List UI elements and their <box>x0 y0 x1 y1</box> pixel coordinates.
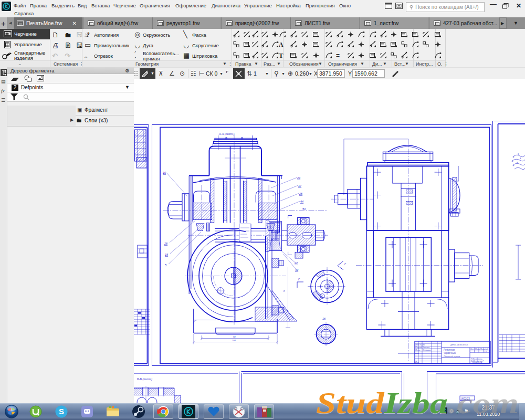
svg-text:Редуктор: Редуктор <box>444 349 455 351</box>
svg-text:24: 24 <box>297 176 300 180</box>
svg-text:94: 94 <box>233 335 236 338</box>
svg-text:1:2: 1:2 <box>484 351 487 353</box>
svg-text:Разраб.: Разраб. <box>415 346 423 349</box>
svg-text:15: 15 <box>165 253 169 256</box>
svg-text:=: = <box>336 52 340 59</box>
svg-text:Масштаб: Масштаб <box>480 348 488 350</box>
svg-text:Масса: Масса <box>475 348 480 350</box>
svg-text:9: 9 <box>520 157 521 160</box>
svg-text:25: 25 <box>164 242 168 245</box>
svg-text:п: п <box>284 290 285 292</box>
svg-text:А-А (лист ): А-А (лист ) <box>218 132 235 135</box>
svg-text:Изм Лист: Изм Лист <box>415 344 425 346</box>
svg-text:104: 104 <box>232 339 236 342</box>
svg-text:ДМ 01.09.00.00 СБ: ДМ 01.09.00.00 СБ <box>450 344 468 346</box>
svg-text:Сборочный чертеж: Сборочный чертеж <box>444 355 460 358</box>
svg-text:T: T <box>279 51 284 59</box>
svg-text:A: A <box>279 41 284 48</box>
svg-text:Г: Г <box>344 262 346 266</box>
svg-text:Клюшкин: Клюшкин <box>423 349 432 351</box>
svg-text:Г: Г <box>298 278 300 281</box>
svg-text:Блинов: Блинов <box>423 346 429 349</box>
svg-text:17: 17 <box>298 184 302 187</box>
svg-text:44: 44 <box>300 200 303 203</box>
svg-text:54: 54 <box>302 207 306 211</box>
svg-text:червячный: червячный <box>444 351 456 354</box>
svg-text:25: 25 <box>299 192 303 195</box>
svg-text:Б-Б (лист ): Б-Б (лист ) <box>137 377 152 381</box>
svg-text:Лист 2004: Лист 2004 <box>471 362 482 364</box>
svg-text:Инв.: Инв. <box>415 361 419 363</box>
svg-text:Лит.: Лит. <box>470 348 474 350</box>
svg-text:Пров.: Пров. <box>415 349 421 351</box>
svg-text:S: S <box>59 407 64 416</box>
svg-text:1б: 1б <box>322 317 326 320</box>
svg-text:10: 10 <box>163 171 166 174</box>
svg-text:6: 6 <box>518 153 519 155</box>
svg-text:5: 5 <box>165 264 167 267</box>
